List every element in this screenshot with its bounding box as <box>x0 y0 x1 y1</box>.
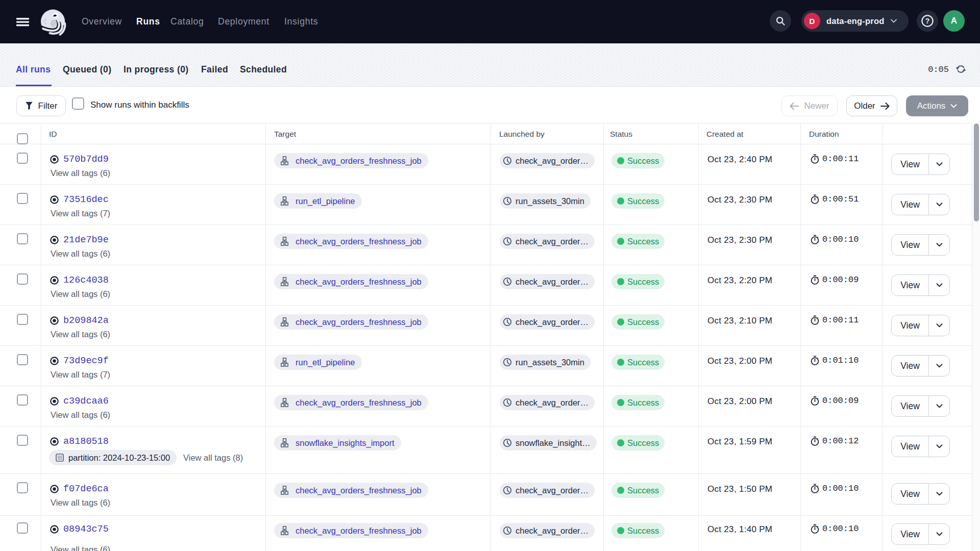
svg-text:?: ? <box>925 17 930 25</box>
